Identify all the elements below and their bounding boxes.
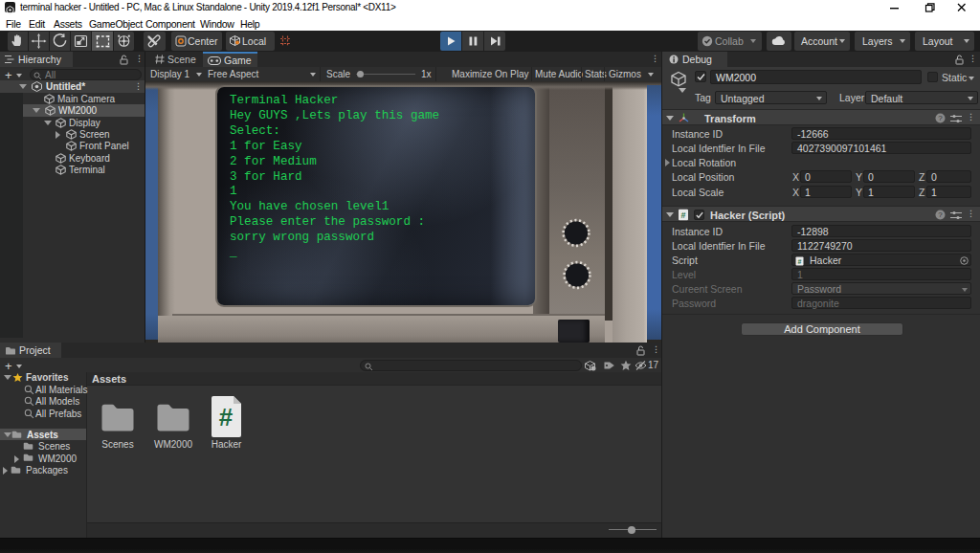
svg-text:#: # [219, 403, 234, 431]
svg-text:?: ? [938, 114, 943, 122]
svg-text:?: ? [938, 210, 943, 219]
svg-text:#: # [680, 210, 685, 220]
svg-text:#: # [798, 257, 802, 264]
